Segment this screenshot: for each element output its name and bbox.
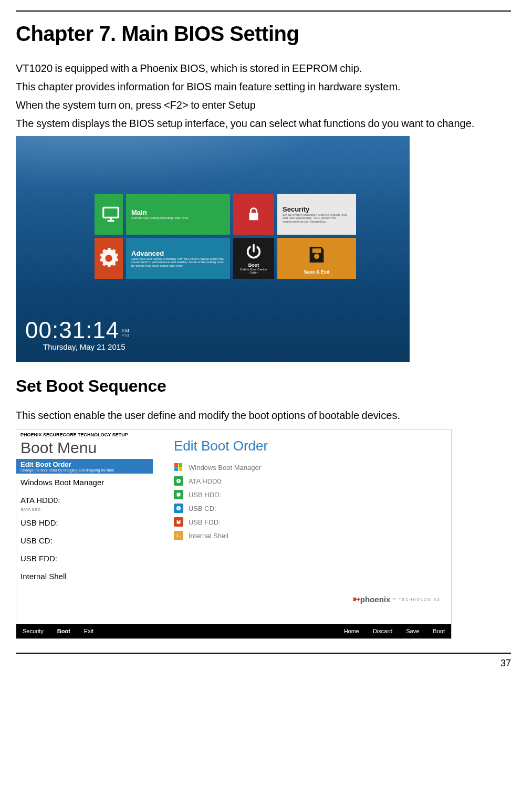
svg-point-7 bbox=[178, 480, 179, 481]
svg-rect-2 bbox=[174, 463, 178, 467]
boot-left-item[interactable]: ATA HDD0: bbox=[16, 491, 153, 509]
tile-advanced-desc: Advanced user setting including H/W and … bbox=[131, 257, 225, 268]
tile-save-label: Save & Exit bbox=[304, 269, 329, 275]
footer-tab-exit[interactable]: Exit bbox=[84, 628, 93, 634]
boot-left-item[interactable]: USB HDD: bbox=[16, 514, 153, 532]
phoenix-brand-name: phoenix bbox=[360, 595, 391, 604]
boot-left-item[interactable]: USB CD: bbox=[16, 532, 153, 550]
intro-line-2: This chapter provides information for BI… bbox=[16, 79, 511, 95]
boot-menu-title: Boot Menu bbox=[16, 439, 153, 459]
edit-boot-order-hint: Change the boot order by dragging and dr… bbox=[20, 468, 149, 472]
lock-icon bbox=[243, 203, 265, 225]
footer-btn-home[interactable]: Home bbox=[344, 628, 359, 634]
phoenix-brand-sub: TECHNOLOGIES bbox=[399, 598, 441, 601]
tile-save-exit[interactable]: Save & Exit bbox=[277, 238, 356, 279]
usb-hdd-icon bbox=[174, 490, 183, 499]
section-heading: Set Boot Sequence bbox=[16, 376, 511, 396]
page-top-rule bbox=[16, 11, 511, 12]
edit-boot-order-label: Edit Boot Order bbox=[20, 460, 149, 468]
tile-advanced[interactable]: Advanced Advanced user setting including… bbox=[126, 238, 230, 279]
footer-btn-discard[interactable]: Discard bbox=[373, 628, 392, 634]
boot-footer: Security Boot Exit Home Discard Save Boo… bbox=[16, 624, 451, 638]
tile-boot[interactable]: Boot Define Boot Device Order bbox=[233, 238, 274, 279]
edit-boot-order-list: Windows Boot Manager ATA HDD0: USB HDD: bbox=[174, 460, 441, 542]
footer-tab-security[interactable]: Security bbox=[23, 628, 44, 634]
svg-rect-5 bbox=[179, 467, 182, 471]
clock-date: Thursday, May 21 2015 bbox=[43, 342, 130, 351]
clock-pm: PM bbox=[121, 333, 130, 338]
svg-rect-1 bbox=[317, 248, 319, 253]
svg-rect-0 bbox=[103, 207, 119, 217]
floppy-icon bbox=[301, 242, 332, 267]
tile-security-label: Security bbox=[283, 205, 351, 213]
boot-left-item[interactable]: Windows Boot Manager bbox=[16, 474, 153, 491]
section-text: This section enable the user define and … bbox=[16, 407, 511, 424]
tile-boot-label: Boot bbox=[248, 263, 259, 268]
boot-order-item[interactable]: ATA HDD0: bbox=[174, 474, 441, 488]
edit-boot-order-title: Edit Boot Order bbox=[174, 438, 441, 454]
boot-left-item[interactable]: Internal Shell bbox=[16, 568, 153, 585]
svg-rect-12 bbox=[178, 520, 180, 522]
boot-order-item[interactable]: USB FDD: bbox=[174, 515, 441, 529]
tile-main-icon[interactable] bbox=[95, 194, 123, 235]
bios-home-screenshot: Main Generic user setting including Date… bbox=[16, 136, 410, 362]
svg-rect-3 bbox=[179, 463, 182, 467]
footer-btn-boot[interactable]: Boot bbox=[433, 628, 445, 634]
boot-order-item[interactable]: Internal Shell bbox=[174, 529, 441, 542]
shell-icon bbox=[174, 531, 183, 540]
phoenix-header: PHOENIX SECURECORE TECHNOLOGY SETUP bbox=[16, 429, 153, 439]
tile-boot-desc: Define Boot Device Order bbox=[238, 268, 269, 275]
power-icon bbox=[238, 242, 269, 261]
tile-security-icon[interactable] bbox=[233, 194, 274, 235]
windows-icon bbox=[174, 463, 183, 472]
bios-clock: 00:31:14 AM PM Thursday, May 21 2015 bbox=[25, 317, 130, 351]
gear-icon bbox=[93, 243, 124, 274]
boot-left-pane: PHOENIX SECURECORE TECHNOLOGY SETUP Boot… bbox=[16, 429, 153, 624]
chapter-title: Chapter 7. Main BIOS Setting bbox=[16, 22, 511, 46]
footer-btn-save[interactable]: Save bbox=[406, 628, 419, 634]
intro-line-4: The system displays the BIOS setup inter… bbox=[16, 116, 511, 132]
tile-security[interactable]: Security Set up system protection such a… bbox=[277, 194, 356, 235]
tile-security-desc: Set up system protection such as system-… bbox=[283, 213, 351, 224]
svg-rect-8 bbox=[177, 493, 181, 497]
svg-rect-4 bbox=[174, 467, 178, 471]
boot-menu-screenshot: PHOENIX SECURECORE TECHNOLOGY SETUP Boot… bbox=[16, 429, 452, 639]
boot-left-item[interactable]: USB FDD: bbox=[16, 550, 153, 568]
intro-line-1: VT1020 is equipped with a Phoenix BIOS, … bbox=[16, 60, 511, 77]
tile-advanced-label: Advanced bbox=[131, 249, 225, 257]
boot-order-item[interactable]: Windows Boot Manager bbox=[174, 460, 441, 474]
boot-left-subitem: SATA SSD bbox=[16, 507, 153, 514]
page-number: 37 bbox=[16, 658, 511, 669]
fdd-icon bbox=[174, 517, 183, 527]
page-bottom-rule bbox=[16, 653, 511, 654]
tile-advanced-icon[interactable] bbox=[95, 238, 123, 279]
tile-main-desc: Generic user setting including Date/Time… bbox=[131, 216, 225, 220]
footer-tab-boot[interactable]: Boot bbox=[57, 628, 70, 634]
intro-line-3: When the system turn on, press <F2> to e… bbox=[16, 97, 511, 113]
boot-order-item[interactable]: USB CD: bbox=[174, 501, 441, 515]
phoenix-swoosh-icon: ➳ bbox=[352, 593, 360, 605]
hdd-icon bbox=[174, 476, 183, 486]
boot-order-item[interactable]: USB HDD: bbox=[174, 488, 441, 501]
monitor-icon bbox=[100, 203, 122, 225]
svg-point-10 bbox=[178, 508, 179, 509]
cd-icon bbox=[174, 504, 183, 513]
tile-main-label: Main bbox=[131, 208, 225, 216]
clock-time: 00:31:14 bbox=[25, 317, 119, 343]
phoenix-brand: ➳ phoenix ™ TECHNOLOGIES bbox=[352, 593, 441, 605]
tile-main[interactable]: Main Generic user setting including Date… bbox=[126, 194, 230, 235]
edit-boot-order-bar[interactable]: Edit Boot Order Change the boot order by… bbox=[16, 459, 153, 474]
